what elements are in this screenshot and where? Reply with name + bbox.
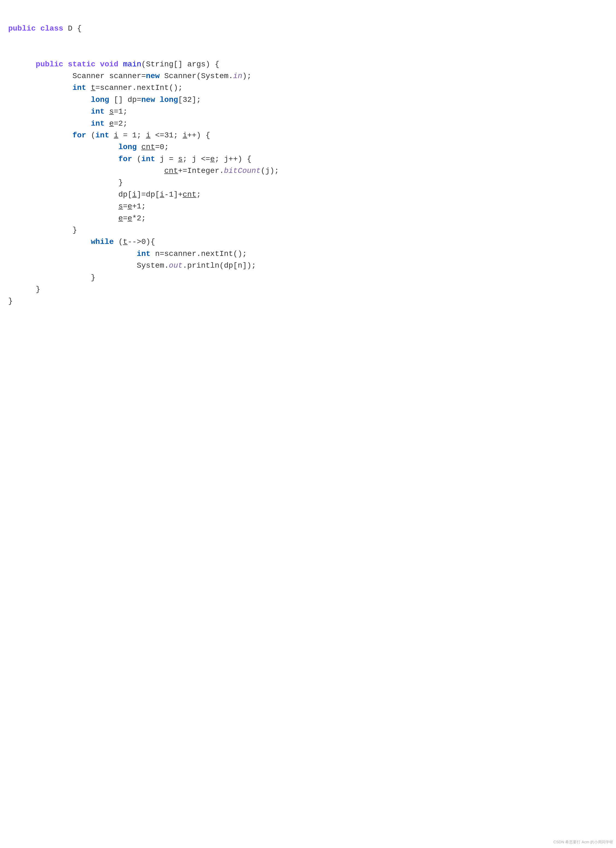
line-close-main: } — [27, 285, 40, 294]
line-long-dp: long [] dp=new long[32]; — [54, 96, 201, 104]
line-scanner: Scanner scanner=new Scanner(System.in); — [45, 72, 251, 80]
line-long-cnt: long cnt=0; — [73, 143, 169, 151]
line-int-t: int t=scanner.nextInt(); — [45, 84, 183, 92]
line-int-e: int e=2; — [54, 119, 128, 128]
line-int-n: int n=scanner.nextInt(); — [82, 250, 247, 258]
line-main: public static void main(String[] args) { — [27, 60, 219, 68]
line-while: while (t-->0){ — [54, 237, 155, 246]
line-close-for2: } — [73, 178, 123, 187]
line-for1: for (int i = 1; i <=31; i++) { — [45, 131, 210, 139]
line-dp-assign: dp[i]=dp[i-1]+cnt; — [73, 190, 201, 199]
line-int-s: int s=1; — [54, 107, 128, 116]
line-close-for1: } — [45, 226, 77, 234]
line-close-class: } — [8, 297, 13, 305]
line-println: System.out.println(dp[n]); — [82, 261, 256, 270]
line-s-assign: s=e+1; — [73, 202, 146, 211]
code-container: public class D { public static void main… — [8, 11, 608, 307]
line-e-assign: e=e*2; — [73, 214, 146, 222]
line-cnt-add: cnt+=Integer.bitCount(j); — [100, 167, 279, 175]
line-for2: for (int j = s; j <=e; j++) { — [73, 155, 251, 163]
line-class-decl: public class D { — [8, 24, 82, 33]
line-close-while: } — [54, 273, 95, 282]
